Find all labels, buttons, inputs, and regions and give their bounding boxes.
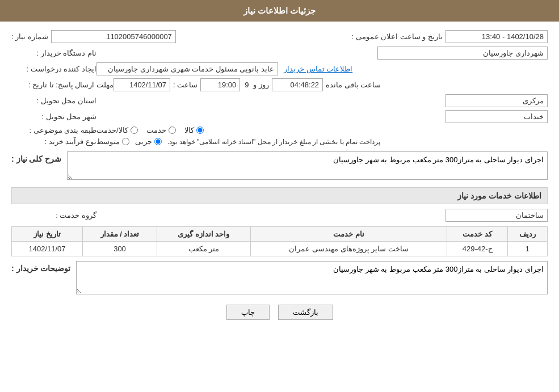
services-table: ردیف کد خدمت نام خدمت واحد اندازه گیری ت… bbox=[11, 226, 548, 256]
contact-info-link[interactable]: اطلاعات تماس خریدار bbox=[284, 65, 352, 73]
page-header: جزئیات اطلاعات نیاز bbox=[0, 0, 559, 22]
purchase-type-note: پرداخت تمام یا بخشی از مبلغ خریدار از مح… bbox=[167, 138, 380, 146]
service-info-header: اطلاعات خدمات مورد نیاز bbox=[11, 187, 548, 204]
deadline-date: 1402/11/07 bbox=[114, 78, 170, 91]
deadline-time-label: ساعت : bbox=[173, 81, 197, 89]
col-need-date: تاریخ نیاز bbox=[12, 227, 83, 242]
service-group-label: گروه خدمت : bbox=[11, 211, 96, 220]
cell-unit: متر مکعب bbox=[157, 242, 250, 256]
category-label: طبقه بندی موضوعی : bbox=[11, 126, 96, 134]
purchase-jozvi-label: جزیی bbox=[135, 137, 152, 146]
col-service-code: کد خدمت bbox=[447, 227, 507, 242]
buyer-desc-value[interactable] bbox=[76, 261, 548, 294]
purchase-motavasset-label: متوسط bbox=[96, 137, 120, 146]
cell-service_code: ج-42-429 bbox=[447, 242, 507, 256]
category-kala-khadamat-option[interactable]: کالا/خدمت bbox=[96, 126, 138, 134]
buyer-desc-label: توضیحات خریدار : bbox=[11, 261, 70, 273]
print-button[interactable]: چاپ bbox=[226, 305, 270, 320]
back-button[interactable]: بازگشت bbox=[278, 305, 333, 320]
city-value: خنداب bbox=[445, 110, 548, 123]
cell-quantity: 300 bbox=[83, 242, 157, 256]
category-kala-khadamat-label: کالا/خدمت bbox=[96, 126, 128, 134]
creator-label: ایجاد کننده درخواست : bbox=[11, 65, 96, 73]
category-khadamat-option[interactable]: خدمت bbox=[146, 126, 176, 134]
deadline-label: مهلت ارسال پاسخ: تا تاریخ : bbox=[11, 81, 114, 89]
col-service-name: نام خدمت bbox=[250, 227, 447, 242]
need-description-value[interactable] bbox=[67, 151, 548, 180]
cell-row_num: 1 bbox=[507, 242, 547, 256]
province-label: استان محل تحویل : bbox=[11, 96, 96, 105]
deadline-days-label: روز و bbox=[253, 81, 269, 89]
cell-need_date: 1402/11/07 bbox=[12, 242, 83, 256]
need-description-label: شرح کلی نیاز : bbox=[11, 151, 61, 163]
purchase-jozvi-option[interactable]: جزیی bbox=[135, 137, 162, 146]
announce-value: 1402/10/28 - 13:40 bbox=[445, 30, 548, 43]
cell-service_name: ساخت سایر پروژه‌های مهندسی عمران bbox=[250, 242, 447, 256]
category-kala-khadamat-radio[interactable] bbox=[131, 127, 138, 134]
announce-label: تاریخ و ساعت اعلان عمومی : bbox=[351, 32, 443, 41]
creator-value: عابد بانویی مسئول خدمات شهری شهرداری جاو… bbox=[96, 62, 278, 75]
need-number-value: 1102005746000007 bbox=[51, 30, 176, 43]
buyer-org-value: شهرداری جاورسیان bbox=[377, 47, 548, 60]
category-khadamat-radio[interactable] bbox=[169, 127, 176, 134]
purchase-type-label: نوع فرآیند خرید : bbox=[11, 137, 96, 146]
purchase-motavasset-radio[interactable] bbox=[122, 138, 129, 145]
table-row: 1ج-42-429ساخت سایر پروژه‌های مهندسی عمرا… bbox=[12, 242, 548, 256]
deadline-remaining: 04:48:22 bbox=[272, 78, 323, 91]
need-number-label: شماره نیاز : bbox=[11, 32, 48, 41]
category-kala-radio[interactable] bbox=[196, 127, 204, 134]
buyer-org-label: نام دستگاه خریدار : bbox=[11, 49, 96, 57]
col-unit: واحد اندازه گیری bbox=[157, 227, 250, 242]
service-group-value: ساختمان bbox=[445, 209, 548, 222]
category-kala-label: کالا bbox=[184, 126, 194, 134]
category-kala-option[interactable]: کالا bbox=[184, 126, 204, 134]
col-row-num: ردیف bbox=[507, 227, 547, 242]
col-quantity: تعداد / مقدار bbox=[83, 227, 157, 242]
purchase-motavasset-option[interactable]: متوسط bbox=[96, 137, 129, 146]
purchase-jozvi-radio[interactable] bbox=[154, 138, 162, 145]
city-label: شهر محل تحویل : bbox=[11, 112, 96, 121]
province-value: مرکزی bbox=[445, 94, 548, 107]
deadline-remaining-label: ساعت باقی مانده bbox=[326, 81, 381, 89]
category-khadamat-label: خدمت bbox=[146, 126, 166, 134]
deadline-time: 19:00 bbox=[200, 78, 240, 91]
deadline-days: 9 bbox=[245, 81, 249, 89]
